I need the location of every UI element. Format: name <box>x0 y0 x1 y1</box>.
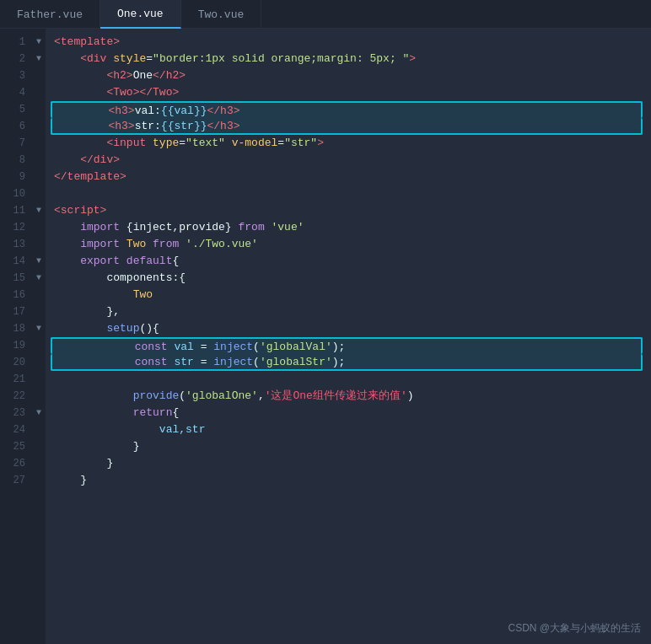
code-line: return{ <box>54 405 643 421</box>
tab-two[interactable]: Two.vue <box>181 0 262 29</box>
code-line: } <box>54 438 643 455</box>
fold-button[interactable]: ▼ <box>32 51 46 67</box>
fold-button[interactable]: ▼ <box>32 202 46 219</box>
line-number: 8 <box>0 152 32 169</box>
code-line: <h2>One</h2> <box>54 67 643 84</box>
code-line <box>54 185 643 202</box>
fold-button <box>32 67 46 84</box>
line-number: 10 <box>0 185 32 202</box>
code-line: import Two from './Two.vue' <box>54 236 643 253</box>
code-area: 1234567891011121314151617181920212223242… <box>0 29 651 644</box>
code-line: setup(){ <box>54 320 643 337</box>
line-number: 24 <box>0 421 32 438</box>
code-line: const val = inject('globalVal'); <box>51 337 643 354</box>
code-line: <h3>val:{{val}}</h3> <box>51 101 643 118</box>
fold-col: ▼▼▼▼▼▼▼ <box>32 29 46 644</box>
code-line: <Two></Two> <box>54 84 643 101</box>
fold-button[interactable]: ▼ <box>32 320 46 337</box>
fold-button <box>32 287 46 303</box>
line-number: 2 <box>0 51 32 67</box>
code-line: provide('globalOne','这是One组件传递过来的值') <box>54 388 643 405</box>
fold-button <box>32 438 46 455</box>
fold-button <box>32 354 46 371</box>
fold-button <box>32 219 46 236</box>
line-number: 7 <box>0 135 32 152</box>
fold-button <box>32 84 46 101</box>
line-number: 5 <box>0 101 32 118</box>
code-line: </template> <box>54 169 643 185</box>
line-number: 23 <box>0 405 32 421</box>
code-line: <script> <box>54 202 643 219</box>
fold-button <box>32 455 46 472</box>
fold-button[interactable]: ▼ <box>32 270 46 287</box>
fold-button <box>32 371 46 388</box>
fold-button[interactable]: ▼ <box>32 253 46 270</box>
tab-father[interactable]: Father.vue <box>0 0 100 29</box>
code-line: components:{ <box>54 270 643 287</box>
code-container: <template> <div style="border:1px solid … <box>46 29 651 644</box>
fold-button <box>32 472 46 489</box>
line-number: 3 <box>0 67 32 84</box>
line-number: 13 <box>0 236 32 253</box>
line-number: 9 <box>0 169 32 185</box>
code-line: <input type="text" v-model="str"> <box>54 135 643 152</box>
fold-button <box>32 303 46 320</box>
line-number: 14 <box>0 253 32 270</box>
fold-button <box>32 101 46 118</box>
code-line: </div> <box>54 152 643 169</box>
watermark: CSDN @大象与小蚂蚁的生活 <box>508 621 641 636</box>
code-line: } <box>54 472 643 489</box>
fold-button <box>32 421 46 438</box>
fold-button <box>32 337 46 354</box>
line-number: 1 <box>0 34 32 51</box>
line-number: 21 <box>0 371 32 388</box>
code-line: } <box>54 455 643 472</box>
code-line: val,str <box>54 421 643 438</box>
fold-button <box>32 185 46 202</box>
line-number: 18 <box>0 320 32 337</box>
fold-button[interactable]: ▼ <box>32 405 46 421</box>
fold-button <box>32 388 46 405</box>
fold-button <box>32 169 46 185</box>
line-number: 16 <box>0 287 32 303</box>
fold-button <box>32 118 46 135</box>
line-number: 27 <box>0 472 32 489</box>
code-line: <div style="border:1px solid orange;marg… <box>54 51 643 67</box>
code-lines: <template> <div style="border:1px solid … <box>46 29 651 644</box>
fold-button[interactable]: ▼ <box>32 34 46 51</box>
line-numbers: 1234567891011121314151617181920212223242… <box>0 29 32 644</box>
line-number: 26 <box>0 455 32 472</box>
code-line: <template> <box>54 34 643 51</box>
code-line: <h3>str:{{str}}</h3> <box>51 118 643 135</box>
code-line: const str = inject('globalStr'); <box>51 354 643 371</box>
tab-bar: Father.vue One.vue Two.vue <box>0 0 651 29</box>
code-line: Two <box>54 287 643 303</box>
line-number: 22 <box>0 388 32 405</box>
line-number: 6 <box>0 118 32 135</box>
fold-button <box>32 152 46 169</box>
fold-button <box>32 135 46 152</box>
line-number: 17 <box>0 303 32 320</box>
fold-button <box>32 236 46 253</box>
line-number: 20 <box>0 354 32 371</box>
line-number: 11 <box>0 202 32 219</box>
code-line: export default{ <box>54 253 643 270</box>
code-line: }, <box>54 303 643 320</box>
code-line: import {inject,provide} from 'vue' <box>54 219 643 236</box>
line-number: 25 <box>0 438 32 455</box>
line-number: 15 <box>0 270 32 287</box>
code-line <box>54 371 643 388</box>
tab-one[interactable]: One.vue <box>100 0 181 29</box>
line-number: 4 <box>0 84 32 101</box>
line-number: 12 <box>0 219 32 236</box>
line-number: 19 <box>0 337 32 354</box>
